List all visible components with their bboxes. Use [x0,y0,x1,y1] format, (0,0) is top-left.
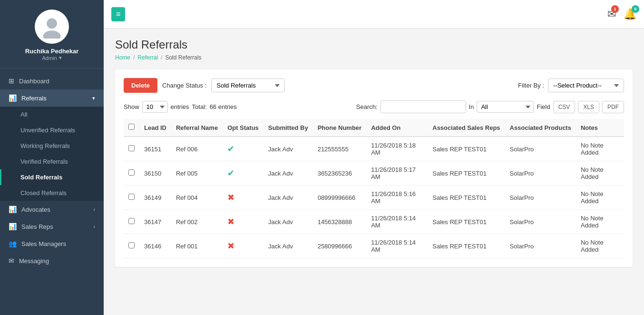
dashboard-icon: ⊞ [9,77,14,85]
topbar: ≡ ✉ 1 🔔 0 [104,0,644,29]
profile-role[interactable]: Admin ▾ [42,55,61,61]
filter-label: Filter By : [518,82,544,89]
breadcrumb-home[interactable]: Home [115,54,130,61]
sidebar-item-salesreps[interactable]: 📊 Sales Reps › [0,218,104,235]
search-input[interactable] [381,100,466,113]
profile-name: Ruchika Pedhekar [25,48,79,55]
table-row: 36151 Ref 006 ✔ Jack Adv 212555555 11/26… [124,137,624,161]
cell-submitted-by: Jack Adv [263,161,313,186]
table-wrapper: Lead ID Referral Name Opt Status Submitt… [124,119,624,258]
toolbar-right: Filter By : --Select Product-- SolarPro [518,79,624,92]
row-checkbox[interactable] [128,145,135,151]
col-notes: Notes [576,119,624,137]
product-select[interactable]: --Select Product-- SolarPro [548,79,624,92]
table-header-row: Lead ID Referral Name Opt Status Submitt… [124,119,624,137]
table-body: 36151 Ref 006 ✔ Jack Adv 212555555 11/26… [124,137,624,258]
cell-lead-id: 36147 [139,210,171,234]
cell-notes: No Note Added [576,186,624,210]
cell-products: SolarPro [505,234,576,258]
cell-referral-name: Ref 001 [171,234,223,258]
sidebar-item-label: Advocates [21,206,88,213]
chevron-down-icon: ▾ [59,55,62,61]
row-checkbox[interactable] [128,169,135,176]
bell-icon-wrapper[interactable]: 🔔 0 [624,8,636,20]
sidebar-item-label: Messaging [19,257,95,265]
csv-export-button[interactable]: CSV [553,101,576,113]
delete-button[interactable]: Delete [124,78,157,93]
svg-point-0 [47,19,57,29]
cell-opt-status: ✖ [223,186,263,210]
controls-row: Show 10 25 50 100 entries Total: 66 entr… [124,100,624,113]
referrals-submenu: All Unverified Referrals Working Referra… [0,107,104,201]
row-checkbox-cell [124,137,139,161]
sidebar-item-unverified[interactable]: Unverified Referrals [0,122,104,138]
sidebar-item-salesmanagers[interactable]: 👥 Sales Managers [0,235,104,252]
cell-sales-reps: Sales REP TEST01 [428,234,505,258]
cell-sales-reps: Sales REP TEST01 [428,186,505,210]
col-sales-reps: Associated Sales Reps [428,119,505,137]
breadcrumb-sep1: / [133,54,135,61]
sidebar: Ruchika Pedhekar Admin ▾ ⊞ Dashboard 📊 R… [0,0,104,315]
table-row: 36150 Ref 005 ✔ Jack Adv 3652365236 11/2… [124,161,624,186]
sidebar-item-label: Sales Reps [21,223,88,230]
topbar-left: ≡ [111,7,125,21]
topbar-right: ✉ 1 🔔 0 [607,8,636,20]
sidebar-item-messaging[interactable]: ✉ Messaging [0,252,104,269]
sidebar-item-closed[interactable]: Closed Referrals [0,185,104,201]
cell-phone: 2580996666 [313,234,366,258]
sidebar-item-referrals[interactable]: 📊 Referrals ▾ [0,89,104,107]
in-select[interactable]: All Lead ID Referral Name Phone Number [477,101,534,113]
status-select[interactable]: Sold Referrals Working Referrals Unverif… [211,79,285,92]
sidebar-item-working[interactable]: Working Referrals [0,138,104,154]
row-checkbox-cell [124,161,139,186]
entries-label: entries [171,103,189,110]
referrals-table: Lead ID Referral Name Opt Status Submitt… [124,119,624,258]
col-phone: Phone Number [313,119,366,137]
total-label: Total: [192,103,207,110]
show-select[interactable]: 10 25 50 100 [142,101,168,113]
sidebar-item-label: Sales Managers [21,240,95,247]
mail-icon-wrapper[interactable]: ✉ 1 [607,8,616,20]
cell-added-on: 11/26/2018 5:14 AM [366,210,428,234]
breadcrumb-referral[interactable]: Referral [137,54,158,61]
cell-phone: 3652365236 [313,161,366,186]
sidebar-nav: ⊞ Dashboard 📊 Referrals ▾ All Unverified… [0,69,104,273]
table-row: 36146 Ref 001 ✖ Jack Adv 2580996666 11/2… [124,234,624,258]
cell-submitted-by: Jack Adv [263,137,313,161]
row-checkbox[interactable] [128,242,135,248]
cell-submitted-by: Jack Adv [263,186,313,210]
cell-referral-name: Ref 004 [171,186,223,210]
cell-phone: 1456328888 [313,210,366,234]
sidebar-item-advocates[interactable]: 📊 Advocates › [0,201,104,218]
opt-status-icon: ✔ [227,168,234,178]
select-all-checkbox[interactable] [128,124,135,130]
sidebar-item-label: Dashboard [19,78,95,85]
pdf-export-button[interactable]: PDF [602,101,624,113]
row-checkbox[interactable] [128,218,135,224]
cell-opt-status: ✖ [223,234,263,258]
avatar [35,10,69,44]
cell-notes: No Note Added [576,234,624,258]
salesmanagers-icon: 👥 [9,240,17,247]
cell-lead-id: 36151 [139,137,171,161]
cell-lead-id: 36146 [139,234,171,258]
sidebar-item-dashboard[interactable]: ⊞ Dashboard [0,72,104,89]
main-card: Delete Change Status : Sold Referrals Wo… [115,69,633,267]
row-checkbox-cell [124,186,139,210]
table-row: 36147 Ref 002 ✖ Jack Adv 1456328888 11/2… [124,210,624,234]
sidebar-item-verified[interactable]: Verified Referrals [0,154,104,169]
sidebar-item-all[interactable]: All [0,107,104,122]
cell-referral-name: Ref 002 [171,210,223,234]
content-area: Sold Referrals Home / Referral / Sold Re… [104,29,644,315]
opt-status-icon: ✔ [227,144,234,154]
xls-export-button[interactable]: XLS [578,101,599,113]
sidebar-item-sold[interactable]: Sold Referrals [0,169,104,185]
cell-submitted-by: Jack Adv [263,210,313,234]
salesreps-icon: 📊 [9,223,17,230]
change-status-label: Change Status : [162,82,206,89]
row-checkbox[interactable] [128,194,135,200]
cell-opt-status: ✖ [223,210,263,234]
cell-products: SolarPro [505,161,576,186]
menu-toggle-button[interactable]: ≡ [111,7,125,21]
cell-sales-reps: Sales REP TEST01 [428,210,505,234]
